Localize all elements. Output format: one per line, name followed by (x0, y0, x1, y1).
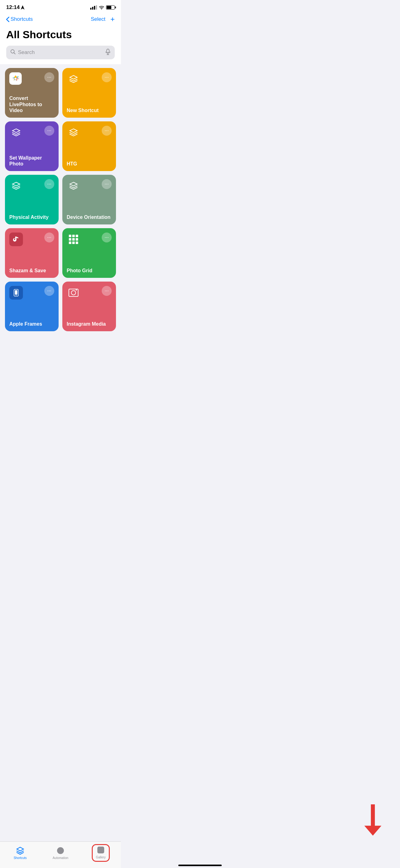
svg-point-11 (14, 78, 16, 80)
svg-marker-13 (12, 129, 20, 132)
more-button-appleframes[interactable]: ··· (44, 286, 54, 296)
more-button-physical[interactable]: ··· (44, 179, 54, 189)
svg-rect-3 (94, 6, 95, 10)
search-container: Search (0, 45, 121, 64)
shortcut-card-wallpaper[interactable]: ··· Set Wallpaper Photo (5, 121, 59, 171)
card-top: ··· (9, 179, 54, 193)
battery-icon (106, 5, 115, 10)
photos-icon (9, 72, 22, 85)
card-top: ··· (67, 179, 112, 193)
card-label-physical: Physical Activity (9, 214, 54, 220)
svg-point-30 (71, 290, 76, 295)
grid-icon-photogrid (67, 232, 80, 246)
back-label: Shortcuts (10, 16, 33, 22)
card-label-appleframes: Apple Frames (9, 321, 54, 327)
status-time: 12:14 (6, 4, 25, 10)
card-label-htg: HTG (67, 161, 112, 167)
card-label-photogrid: Photo Grid (67, 268, 112, 274)
svg-rect-21 (72, 238, 75, 241)
shortcut-card-htg[interactable]: ··· HTG (62, 121, 116, 171)
more-button-photogrid[interactable]: ··· (102, 232, 112, 243)
search-icon (10, 49, 15, 56)
svg-line-7 (14, 53, 15, 54)
shortcut-card-physical[interactable]: ··· Physical Activity (5, 175, 59, 224)
more-button-instagram[interactable]: ··· (102, 286, 112, 296)
card-top: ··· (67, 126, 112, 140)
shortcuts-grid: ··· Convert LivePhotos to Video ··· New … (0, 64, 121, 335)
shortcut-card-appleframes[interactable]: ··· Apple Frames (5, 282, 59, 331)
card-top: ··· (9, 72, 54, 85)
search-bar[interactable]: Search (6, 45, 115, 59)
phone-icon-appleframes (9, 286, 23, 300)
layer-icon-htg (67, 126, 80, 140)
svg-marker-12 (70, 75, 77, 79)
card-top: ··· (9, 126, 54, 140)
nav-actions: Select + (91, 15, 115, 24)
card-top: ··· (67, 286, 112, 300)
page-title: All Shortcuts (0, 27, 121, 45)
more-button-convert[interactable]: ··· (44, 72, 54, 82)
svg-marker-14 (70, 129, 77, 132)
svg-marker-15 (12, 182, 20, 186)
more-button-htg[interactable]: ··· (102, 126, 112, 136)
mic-icon[interactable] (105, 49, 110, 56)
svg-point-31 (76, 289, 77, 290)
shortcut-card-device[interactable]: ··· Device Orientation (62, 175, 116, 224)
svg-rect-23 (69, 242, 71, 244)
svg-rect-22 (76, 238, 78, 241)
card-label-shazam: Shazam & Save (9, 268, 54, 274)
card-top: ··· (9, 232, 54, 246)
svg-rect-4 (96, 5, 97, 10)
card-label-instagram: Instagram Media (67, 321, 112, 327)
image-icon-instagram (67, 286, 80, 300)
card-top: ··· (9, 286, 54, 300)
svg-rect-27 (15, 290, 18, 294)
nav-bar: Shortcuts Select + (0, 12, 121, 27)
more-button-new[interactable]: ··· (102, 72, 112, 82)
layer-icon-new (67, 72, 80, 86)
card-label-device: Device Orientation (67, 214, 112, 220)
svg-rect-24 (72, 242, 75, 244)
card-label-wallpaper: Set Wallpaper Photo (9, 155, 54, 167)
shortcut-card-convert-livephotos[interactable]: ··· Convert LivePhotos to Video (5, 68, 59, 118)
layer-icon-physical (9, 179, 23, 193)
card-top: ··· (67, 72, 112, 86)
add-shortcut-button[interactable]: + (110, 15, 115, 24)
layer-icon-wallpaper (9, 126, 23, 140)
select-button[interactable]: Select (91, 16, 105, 22)
svg-rect-8 (107, 49, 109, 53)
svg-rect-17 (69, 235, 71, 237)
svg-rect-18 (72, 235, 75, 237)
svg-rect-2 (92, 7, 93, 10)
card-label-new: New Shortcut (67, 107, 112, 113)
status-icons (90, 5, 115, 10)
svg-marker-16 (70, 182, 77, 186)
shortcut-card-instagram[interactable]: ··· Instagram Media (62, 282, 116, 331)
svg-point-28 (16, 295, 16, 296)
more-button-device[interactable]: ··· (102, 179, 112, 189)
status-bar: 12:14 (0, 0, 121, 12)
music-icon-shazam (9, 232, 23, 246)
layer-icon-device (67, 179, 80, 193)
svg-rect-20 (69, 238, 71, 241)
shortcut-card-new-shortcut[interactable]: ··· New Shortcut (62, 68, 116, 118)
back-button[interactable]: Shortcuts (6, 16, 33, 22)
svg-rect-1 (90, 8, 92, 10)
svg-point-5 (101, 9, 102, 10)
card-top: ··· (67, 232, 112, 246)
more-button-shazam[interactable]: ··· (44, 232, 54, 243)
card-label-convert: Convert LivePhotos to Video (9, 95, 54, 113)
search-placeholder: Search (18, 49, 103, 56)
svg-rect-19 (76, 235, 78, 237)
more-button-wallpaper[interactable]: ··· (44, 126, 54, 136)
svg-rect-25 (76, 242, 78, 244)
shortcut-card-shazam[interactable]: ··· Shazam & Save (5, 228, 59, 278)
shortcut-card-photogrid[interactable]: ··· Photo Grid (62, 228, 116, 278)
svg-marker-0 (21, 5, 25, 10)
